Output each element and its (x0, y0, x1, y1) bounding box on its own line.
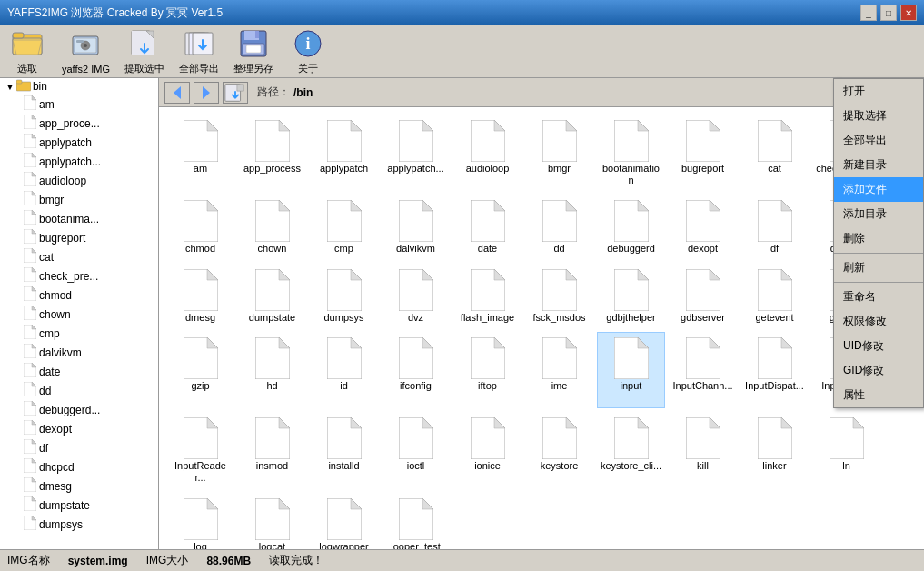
file-item-fsck_msdos[interactable]: fsck_msdos (525, 264, 593, 328)
tree-item-cat[interactable]: cat (0, 247, 158, 266)
minimize-button[interactable]: _ (860, 5, 877, 21)
back-button[interactable] (164, 82, 190, 104)
tree-item-date[interactable]: date (0, 362, 158, 381)
tree-item-dexopt[interactable]: dexopt (0, 419, 158, 438)
file-item-linker[interactable]: linker (740, 412, 809, 488)
toolbar-about[interactable]: i 关于 (288, 27, 328, 75)
file-item-bugreport[interactable]: bugreport (669, 115, 737, 191)
tree-item-applypatch1[interactable]: applypatch (0, 133, 158, 152)
file-item-insmod[interactable]: insmod (238, 412, 306, 488)
file-item-logwrapper[interactable]: logwrapper (310, 493, 378, 550)
file-item-bootanimation[interactable]: bootanimation (597, 115, 665, 191)
file-item-input[interactable]: input (597, 332, 665, 408)
toolbar-select[interactable]: 选取 (7, 27, 47, 75)
file-item-log[interactable]: log (166, 493, 234, 550)
file-item-logcat[interactable]: logcat (238, 493, 306, 550)
ctx-item-uid-mod[interactable]: UID修改 (834, 334, 923, 358)
tree-item-am[interactable]: am (0, 95, 158, 114)
file-item-flash_image[interactable]: flash_image (453, 264, 522, 328)
tree-item-bootanima[interactable]: bootanima... (0, 209, 158, 228)
file-item-applypatch2[interactable]: applypatch... (382, 115, 450, 191)
file-item-installd[interactable]: installd (310, 412, 378, 488)
file-item-chmod[interactable]: chmod (166, 195, 234, 259)
close-button[interactable]: ✕ (900, 5, 917, 21)
tree-item-applypatch2[interactable]: applypatch... (0, 152, 158, 171)
file-item-keystore_cli[interactable]: keystore_cli... (597, 412, 665, 488)
file-item-am[interactable]: am (166, 115, 234, 191)
file-item-InputDispat[interactable]: InputDispat... (740, 332, 809, 408)
file-item-getevent[interactable]: getevent (740, 264, 809, 328)
ctx-item-props[interactable]: 属性 (834, 383, 923, 407)
file-item-hd[interactable]: hd (238, 332, 306, 408)
tree-item-audioloop[interactable]: audioloop (0, 171, 158, 190)
file-item-debuggerd[interactable]: debuggerd (597, 195, 665, 259)
maximize-button[interactable]: □ (880, 5, 897, 21)
file-item-date[interactable]: date (453, 195, 522, 259)
ctx-item-delete[interactable]: 删除 (834, 226, 923, 251)
file-item-ionice[interactable]: ionice (453, 412, 522, 488)
ctx-item-new-dir[interactable]: 新建目录 (834, 153, 923, 177)
tree-item-dumpstate[interactable]: dumpstate (0, 496, 158, 515)
file-item-df[interactable]: df (740, 195, 809, 259)
file-item-dd[interactable]: dd (525, 195, 593, 259)
ctx-item-export-all[interactable]: 全部导出 (834, 128, 923, 153)
tree-item-chmod[interactable]: chmod (0, 286, 158, 305)
toolbar-export[interactable]: 全部导出 (179, 27, 219, 75)
tree-item-dalvikvm[interactable]: dalvikvm (0, 343, 158, 362)
file-item-gzip[interactable]: gzip (166, 332, 234, 408)
tree-item-chown[interactable]: chown (0, 305, 158, 324)
file-item-chown[interactable]: chown (238, 195, 306, 259)
tree-item-cmp[interactable]: cmp (0, 324, 158, 343)
file-item-dumpstate[interactable]: dumpstate (238, 264, 306, 328)
file-item-iftop[interactable]: iftop (453, 332, 522, 408)
toolbar-yaffs2[interactable]: yaffs2 IMG (62, 29, 110, 75)
tree-item-root[interactable]: ▼ bin (0, 78, 158, 95)
tree-item-bugreport[interactable]: bugreport (0, 228, 158, 247)
file-item-ime[interactable]: ime (525, 332, 593, 408)
ctx-item-gid-mod[interactable]: GID修改 (834, 358, 923, 383)
file-item-gdbserver[interactable]: gdbserver (669, 264, 737, 328)
tree-item-df[interactable]: df (0, 438, 158, 457)
file-item-looper_test[interactable]: looper_test (382, 493, 450, 550)
ctx-item-extract-sel[interactable]: 提取选择 (834, 104, 923, 128)
file-item-dumpsys[interactable]: dumpsys (310, 264, 378, 328)
tree-item-dmesg[interactable]: dmesg (0, 476, 158, 496)
file-item-ifconfig[interactable]: ifconfig (382, 332, 450, 408)
file-item-dvz[interactable]: dvz (382, 264, 450, 328)
file-item-InputReader[interactable]: InputReader... (166, 412, 234, 488)
file-item-dalvikvm[interactable]: dalvikvm (382, 195, 450, 259)
file-item-kill[interactable]: kill (669, 412, 737, 488)
ctx-item-perm-mod[interactable]: 权限修改 (834, 309, 923, 334)
tree-item-debuggerd[interactable]: debuggerd... (0, 400, 158, 419)
tree-item-check_pre[interactable]: check_pre... (0, 266, 158, 286)
file-item-keystore[interactable]: keystore (525, 412, 593, 488)
extract-nav-button[interactable] (223, 82, 248, 104)
ctx-item-add-dir[interactable]: 添加目录 (834, 202, 923, 226)
tree-item-dd[interactable]: dd (0, 381, 158, 400)
ctx-item-add-file[interactable]: 添加文件 (834, 177, 923, 202)
ctx-item-open[interactable]: 打开 (834, 79, 923, 104)
file-item-gdbjthelper[interactable]: gdbjthelper (597, 264, 665, 328)
file-item-InputChann[interactable]: InputChann... (669, 332, 737, 408)
toolbar-extract[interactable]: 提取选中 (124, 27, 164, 75)
forward-button[interactable] (194, 82, 219, 104)
tree-item-dumpsys[interactable]: dumpsys (0, 515, 158, 534)
tree-item-dhcpcd[interactable]: dhcpcd (0, 457, 158, 476)
file-item-cmp[interactable]: cmp (310, 195, 378, 259)
file-item-id[interactable]: id (310, 332, 378, 408)
toolbar-select-label: 选取 (17, 62, 37, 75)
file-item-audioloop[interactable]: audioloop (453, 115, 522, 191)
file-item-dmesg[interactable]: dmesg (166, 264, 234, 328)
file-item-ln[interactable]: ln (812, 412, 880, 488)
file-item-cat[interactable]: cat (740, 115, 809, 191)
ctx-item-refresh[interactable]: 刷新 (834, 255, 923, 280)
file-item-app_process[interactable]: app_process (238, 115, 306, 191)
toolbar-save[interactable]: 整理另存 (233, 27, 273, 75)
file-item-ioctl[interactable]: ioctl (382, 412, 450, 488)
file-item-applypatch[interactable]: applypatch (310, 115, 378, 191)
ctx-item-rename[interactable]: 重命名 (834, 285, 923, 309)
file-item-dexopt[interactable]: dexopt (669, 195, 737, 259)
tree-item-app_process[interactable]: app_proce... (0, 114, 158, 133)
tree-item-bmgr[interactable]: bmgr (0, 190, 158, 209)
file-item-bmgr[interactable]: bmgr (525, 115, 593, 191)
